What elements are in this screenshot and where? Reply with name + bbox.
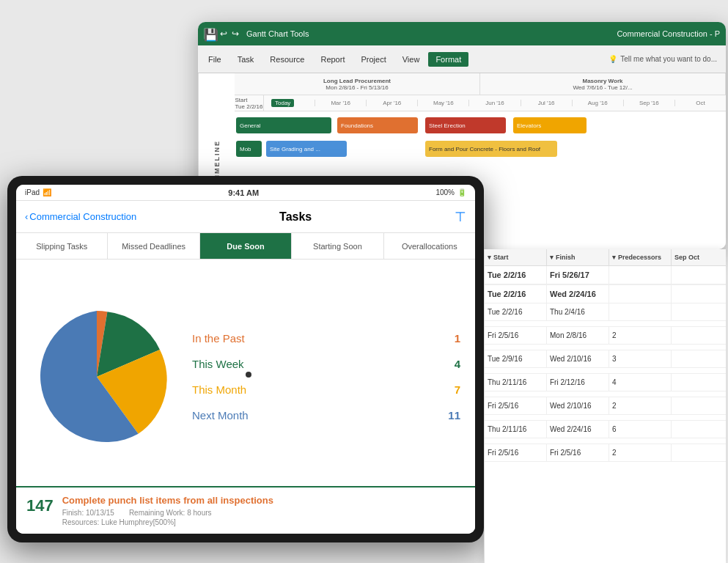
ipad-camera — [246, 372, 251, 378]
td-start-0: Tue 2/2/16 — [485, 266, 547, 284]
project-name: Commercial Construction - P — [617, 29, 720, 38]
td-start-3: Fri 2/5/16 — [485, 327, 547, 344]
sort-icon-start: ▾ — [488, 254, 491, 261]
bar-elevators: Elevators — [513, 117, 587, 133]
ribbon-resource[interactable]: Resource — [262, 52, 312, 67]
sort-icon-pred: ▾ — [612, 254, 616, 261]
pie-chart — [23, 303, 170, 450]
month-oct: Oct — [675, 100, 726, 106]
nav-title: Tasks — [136, 210, 455, 224]
th-finish-label: Finish — [556, 254, 576, 261]
td-finish-4: Wed 2/10/16 — [547, 350, 609, 367]
legend-label-week: This Week — [192, 358, 244, 370]
td-start-2: Tue 2/2/16 — [485, 303, 547, 320]
carrier-label: iPad — [25, 188, 40, 196]
th-qtr-label: Sep Oct — [674, 254, 699, 261]
legend-item-next-month: Next Month 11 — [192, 409, 460, 422]
row-spacer-5 — [485, 415, 726, 421]
task-number: 147 — [26, 496, 54, 515]
td-pred-7: 6 — [609, 421, 672, 438]
task-title: Complete punch list items from all inspe… — [62, 495, 273, 506]
ipad-screen: iPad 📶 9:41 AM 100% 🔋 ‹ Commercial Const… — [16, 185, 475, 534]
bar-sitegrading: Site Grading and ... — [266, 141, 347, 157]
tell-me-box[interactable]: 💡 Tell me what you want to do... — [608, 55, 723, 63]
legend-label-next-month: Next Month — [192, 409, 249, 422]
task-detail-inner: 147 Complete punch list items from all i… — [26, 495, 465, 526]
row-spacer-3 — [485, 368, 726, 374]
td-start-8: Fri 2/5/16 — [485, 444, 547, 461]
bar-general: General — [236, 117, 331, 133]
table-row-1: Tue 2/2/16 Wed 2/24/16 — [485, 285, 726, 303]
ribbon-file[interactable]: File — [201, 52, 229, 67]
table-row-8: Fri 2/5/16 Fri 2/5/16 2 — [485, 444, 726, 462]
status-right: 100% 🔋 — [435, 188, 466, 196]
status-time: 9:41 AM — [51, 188, 435, 197]
td-start-7: Thu 2/11/16 — [485, 421, 547, 438]
td-pred-8: 2 — [609, 444, 672, 461]
ribbon-format[interactable]: Format — [428, 52, 468, 67]
task-remaining: Remaining Work: 8 hours — [129, 509, 212, 517]
bar-foundations: Foundations — [337, 117, 418, 133]
ribbon-view[interactable]: View — [395, 52, 427, 67]
row-spacer-2 — [485, 345, 726, 350]
table-row-3: Fri 2/5/16 Mon 2/8/16 2 — [485, 327, 726, 345]
table-row-4: Tue 2/9/16 Wed 2/10/16 3 — [485, 350, 726, 368]
month-long-lead: Long Lead Procurement Mon 2/8/16 - Fri 5… — [235, 73, 480, 95]
back-button[interactable]: ‹ Commercial Construction — [25, 211, 136, 222]
tab-starting[interactable]: Starting Soon — [292, 233, 383, 259]
tab-slipping[interactable]: Slipping Tasks — [16, 233, 108, 259]
th-pred[interactable]: ▾ Predecessors — [609, 249, 672, 265]
td-finish-7: Wed 2/24/16 — [547, 421, 609, 438]
legend-count-past: 1 — [455, 332, 460, 345]
month-jun: Jun '16 — [469, 100, 521, 106]
ipad-frame: iPad 📶 9:41 AM 100% 🔋 ‹ Commercial Const… — [7, 176, 484, 542]
task-resources: Resources: Luke Humphrey[500%] — [62, 518, 273, 526]
legend-count-week: 4 — [455, 358, 460, 370]
gantt-row-1: General Foundations Steel Erection Eleva… — [235, 114, 726, 136]
td-finish-8: Fri 2/5/16 — [547, 444, 609, 461]
row-spacer — [485, 321, 726, 327]
table-row: Tue 2/2/16 Fri 5/26/17 — [485, 266, 726, 284]
battery-label: 100% — [435, 188, 455, 196]
month-scale: StartTue 2/2/16 Today Mar '16 Apr '16 Ma… — [235, 95, 726, 111]
month-mar: Mar '16 — [315, 100, 367, 106]
td-qtr-6 — [672, 397, 726, 414]
td-qtr-2 — [672, 303, 726, 320]
tab-overallocations[interactable]: Overallocations — [384, 233, 475, 259]
filter-button[interactable]: ⊤ — [455, 209, 466, 225]
status-left: iPad 📶 — [25, 188, 51, 196]
undo-icon: ↩ — [220, 29, 227, 39]
nav-bar: ‹ Commercial Construction Tasks ⊤ — [16, 201, 475, 233]
gantt-toolbar: 💾 ↩ ↪ Gantt Chart Tools Commercial Const… — [198, 22, 726, 45]
ribbon-project[interactable]: Project — [353, 52, 393, 67]
td-finish-0: Fri 5/26/17 — [547, 266, 609, 284]
td-start-1: Tue 2/2/16 — [485, 285, 547, 303]
month-sep: Sep '16 — [624, 100, 675, 106]
gantt-row-2: Mob Site Grading and ... Form and Pour C… — [235, 138, 726, 160]
task-info: Complete punch list items from all inspe… — [62, 495, 273, 526]
tab-missed[interactable]: Missed Deadlines — [108, 233, 199, 259]
th-finish[interactable]: ▾ Finish — [547, 249, 609, 265]
td-pred-6: 2 — [609, 397, 672, 414]
tab-due-soon[interactable]: Due Soon — [200, 233, 292, 259]
legend-count-month: 7 — [455, 383, 460, 396]
lightbulb-icon: 💡 — [608, 55, 617, 63]
legend-label-past: In the Past — [192, 332, 245, 345]
bar-steel: Steel Erection — [425, 117, 506, 133]
td-finish-2: Thu 2/4/16 — [547, 303, 609, 320]
sort-icon-finish: ▾ — [550, 254, 554, 261]
row-spacer-6 — [485, 438, 726, 444]
month-masonry: Masonry Work Wed 7/6/16 - Tue 12/... — [480, 73, 726, 95]
gantt-ribbon: File Task Resource Report Project View F… — [198, 45, 726, 73]
ribbon-task[interactable]: Task — [230, 52, 262, 67]
month-jul: Jul '16 — [521, 100, 573, 106]
th-start[interactable]: ▾ Start — [485, 249, 547, 265]
table-row-5: Thu 2/11/16 Fri 2/12/16 4 — [485, 374, 726, 391]
ribbon-report[interactable]: Report — [313, 52, 352, 67]
gantt-table: ▾ Start ▾ Finish ▾ Predecessors Sep Oct … — [484, 249, 726, 563]
ipad-content: In the Past 1 This Week 4 This Month 7 N… — [16, 260, 475, 534]
legend-item-past: In the Past 1 — [192, 332, 460, 345]
td-finish-5: Fri 2/12/16 — [547, 374, 609, 391]
td-qtr-4 — [672, 350, 726, 367]
th-qtr: Sep Oct — [672, 249, 726, 265]
